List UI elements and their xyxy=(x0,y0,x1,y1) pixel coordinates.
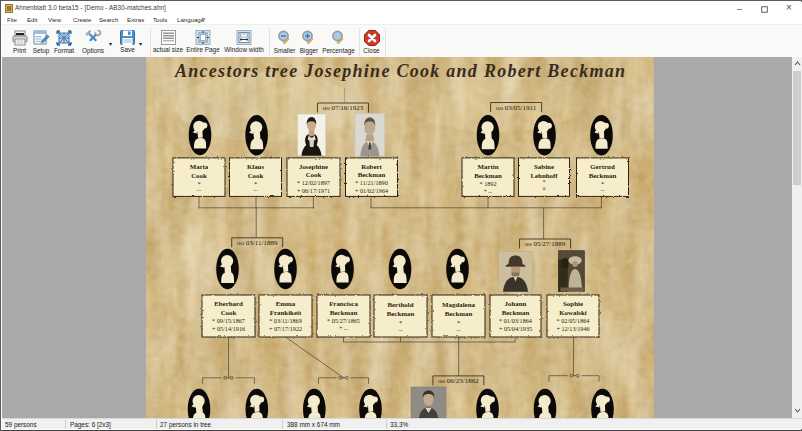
svg-text:Johann: Johann xyxy=(505,300,527,307)
svg-text:oo 03/05/1911: oo 03/05/1911 xyxy=(496,104,537,112)
svg-text:Martin: Martin xyxy=(477,163,498,170)
svg-text:...: ... xyxy=(197,186,202,192)
svg-text:Kowalski: Kowalski xyxy=(559,309,587,316)
svg-text:Cook: Cook xyxy=(248,172,264,179)
svg-text:Beckman: Beckman xyxy=(589,172,617,179)
svg-text:+ 12/13/1946: + 12/13/1946 xyxy=(556,325,589,332)
svg-text:Beckman: Beckman xyxy=(358,171,386,178)
svg-text:Robert: Robert xyxy=(361,163,382,170)
svg-text:...: ... xyxy=(253,186,258,192)
svg-text:+ 07/17/1922: + 07/17/1922 xyxy=(269,325,302,332)
svg-text:...: ... xyxy=(456,326,461,332)
svg-text:Ancestors tree Josephine Cook: Ancestors tree Josephine Cook and Robert… xyxy=(174,61,625,81)
svg-text:Beckman: Beckman xyxy=(330,309,358,316)
svg-text:...: ... xyxy=(600,186,605,192)
svg-text:+ ...: + ... xyxy=(339,325,348,331)
svg-text:Eberhard: Eberhard xyxy=(214,300,243,307)
svg-text:+ 01/02/1964: + 01/02/1964 xyxy=(355,187,388,194)
svg-text:+ ...: + ... xyxy=(484,188,493,194)
svg-text:Berthold: Berthold xyxy=(387,301,413,308)
svg-text:* 11/21/1890: * 11/21/1890 xyxy=(355,179,388,186)
svg-text:oo 05/27/1889: oo 05/27/1889 xyxy=(525,240,566,248)
svg-text:Frankikeit: Frankikeit xyxy=(270,309,302,316)
svg-text:Cook: Cook xyxy=(306,171,322,178)
svg-text:oo 03/11/1889: oo 03/11/1889 xyxy=(237,239,278,247)
svg-text:* 02/05/1864: * 02/05/1864 xyxy=(557,317,590,324)
svg-text:* 01/03/1864: * 01/03/1864 xyxy=(499,317,532,324)
svg-text:...: ... xyxy=(542,192,546,197)
svg-text:Klaus: Klaus xyxy=(247,163,265,170)
svg-text:+ 05/14/1916: + 05/14/1916 xyxy=(212,325,245,332)
svg-text:Beckman: Beckman xyxy=(445,310,473,317)
svg-text:...: ... xyxy=(398,326,403,332)
svg-text:Francisca: Francisca xyxy=(329,300,358,307)
svg-text:* 05/27/1865: * 05/27/1865 xyxy=(327,317,360,324)
svg-text:Emma: Emma xyxy=(276,300,296,307)
svg-text:Magdalena: Magdalena xyxy=(442,301,475,308)
svg-text:oo 06/23/1862: oo 06/23/1862 xyxy=(438,377,479,385)
svg-text:Sabine: Sabine xyxy=(534,163,554,170)
svg-text:oo 07/16/1923: oo 07/16/1923 xyxy=(323,104,364,112)
svg-text:Beckman: Beckman xyxy=(474,172,502,179)
svg-text:Maria: Maria xyxy=(190,163,209,170)
svg-text:Lehnhoff: Lehnhoff xyxy=(530,172,558,179)
svg-text:Josephine: Josephine xyxy=(299,163,328,170)
svg-text:* 1892: * 1892 xyxy=(479,180,496,187)
svg-text:+ 06/17/1971: + 06/17/1971 xyxy=(297,187,330,194)
svg-text:+ 05/04/1935: + 05/04/1935 xyxy=(499,325,532,332)
svg-text:Beckman: Beckman xyxy=(502,309,530,316)
svg-text:Sophie: Sophie xyxy=(563,300,583,307)
svg-text:Beckman: Beckman xyxy=(387,310,415,317)
svg-text:Gertrud: Gertrud xyxy=(590,163,615,170)
svg-text:Cook: Cook xyxy=(221,309,237,316)
svg-text:* 03/11/1869: * 03/11/1869 xyxy=(269,317,302,324)
svg-text:* 09/15/1867: * 09/15/1867 xyxy=(212,317,245,324)
svg-text:Cook: Cook xyxy=(191,172,207,179)
svg-text:* 12/02/1897: * 12/02/1897 xyxy=(297,179,330,186)
